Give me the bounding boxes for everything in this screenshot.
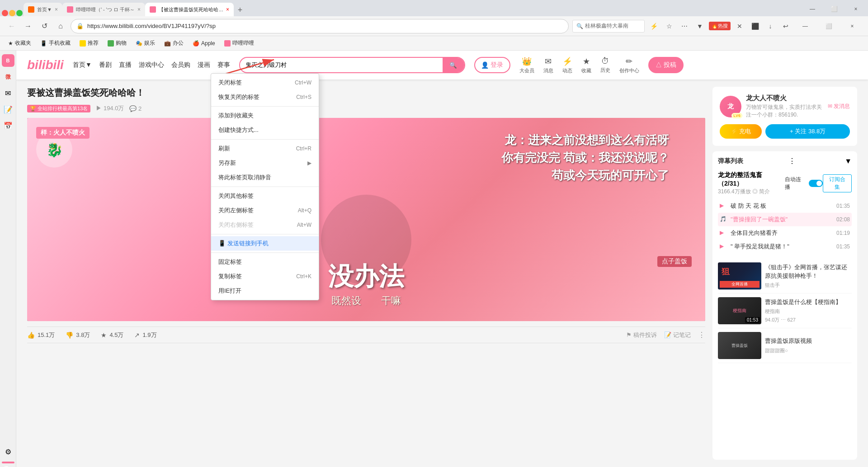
home-btn[interactable]: ⌂ [54,20,67,33]
ctx-item[interactable]: 关闭标签Ctrl+W [211,75,319,90]
ctx-item[interactable]: 另存新▶ [211,156,319,170]
rec-thumb-2: 曹操盖饭 [718,332,761,359]
toolbar-search[interactable]: 🔍 桂林极鑫特大暴南 [572,20,645,33]
ctx-item[interactable]: 添加到收藏夹 [211,108,319,123]
window-max-btn[interactable] [16,10,23,16]
menu-dots-btn[interactable]: ⋯ [678,20,691,33]
tab-3-close[interactable]: × [226,6,229,13]
nav-manga[interactable]: 漫画 [198,61,210,69]
follow-btn[interactable]: + 关注 38.8万 [765,124,850,139]
nav-shop[interactable]: 会员购 [171,61,190,69]
playlist-item-0[interactable]: ▶ 破 防 天 花 板 01:35 [718,199,852,213]
playlist-item-2[interactable]: ▶ 全体目光向猪看齐 01:19 [718,226,852,240]
refresh-btn[interactable]: ↺ [38,20,51,33]
charge-btn[interactable]: ⚡ 充电 [720,124,762,139]
extension-btn[interactable]: ✕ [733,20,746,33]
nav-home[interactable]: 首页▼ [73,61,92,69]
more-btn[interactable]: ⋮ [698,331,705,339]
auto-play-toggle[interactable] [809,180,823,187]
calendar-side-icon[interactable]: 📅 [2,119,14,132]
win-close-btn[interactable]: × [845,2,866,16]
search-input[interactable] [240,62,443,69]
window-min-btn[interactable] [9,10,15,16]
share-btn[interactable]: ↗ 1.9万 [134,331,156,339]
dynamic-icon-btn[interactable]: ⚡ 动态 [562,56,572,74]
playlist-item-1[interactable]: 🎵 "曹操撞回了一碗盖饭" 02:08 [718,213,852,226]
message-icon-btn[interactable]: ✉ 消息 [543,56,553,74]
ctx-shortcut: Alt+Q [298,207,311,214]
favorite-btn[interactable]: ★ 4.5万 [101,331,123,339]
win-minimize-btn[interactable]: — [802,2,823,16]
nav-anime[interactable]: 番剧 [99,61,112,69]
tb-close-btn[interactable]: × [842,19,863,33]
bookmark-bilibili[interactable]: 哔哩哔哩 [222,38,257,48]
like-btn[interactable]: 👍 15.1万 [27,331,55,339]
tab-3[interactable]: 【被这曹操盖饭笑死哈哈哈… × [145,3,234,16]
undo-btn[interactable]: ↩ [779,20,792,33]
back-btn[interactable]: ← [5,20,18,33]
ctx-item[interactable]: 恢复关闭的标签Ctrl+S [211,90,319,104]
bookmark-apple[interactable]: 🍎 Apple [190,39,218,47]
ctx-item[interactable]: 📱发送链接到手机 [211,236,319,251]
ctx-item[interactable]: 固定标签 [211,255,319,269]
ctx-item[interactable]: 创建快捷方式... [211,123,319,137]
ctx-item[interactable]: 用IE打开 [211,284,319,298]
weibo-side-icon[interactable]: 微 [2,70,14,83]
ctx-item[interactable]: 关闭左侧标签Alt+Q [211,203,319,218]
creation-icon-btn[interactable]: ✏ 创作中心 [619,56,639,74]
bilibili-search-bar[interactable]: 🔍 [239,57,465,73]
ctx-item[interactable]: 关闭其他标签 [211,189,319,203]
search-button[interactable]: 🔍 [443,58,464,72]
bookmark-shop[interactable]: 购物 [105,38,129,48]
recommended-item-2[interactable]: 曹操盖饭 曹操盖饭原版视频 甜甜甜圈○ [718,328,852,363]
vip-icon-btn[interactable]: 👑 大会员 [519,56,534,74]
playlist-item-3[interactable]: ▶ " 举手投足我就是猪！" 01:35 [718,240,852,253]
address-bar[interactable]: 🔒 https://www.bilibili.com/video/BV1JP41… [71,19,569,33]
forward-btn[interactable]: → [22,20,34,33]
mail-side-icon[interactable]: ✉ [2,87,14,99]
subscribe-btn[interactable]: 订阅合集 [823,174,852,192]
tab-2[interactable]: 哔哩哔哩（' - 'つ ロ 千杯～ × [62,3,145,16]
tab-2-close[interactable]: × [137,6,141,13]
ctx-item[interactable]: 刷新Ctrl+R [211,141,319,156]
nav-game[interactable]: 游戏中心 [139,61,164,69]
bookmark-entertainment[interactable]: 🎭 娱乐 [133,38,158,48]
report-btn[interactable]: ⚑ 稿件投诉 [626,331,657,339]
history-icon-btn[interactable]: ⏱ 历史 [600,56,610,74]
sidebar-toggle-btn[interactable]: ▼ [693,20,706,33]
danmu-collapse-icon[interactable]: ▼ [844,157,852,165]
new-tab-btn[interactable]: + [234,4,246,16]
window-close-btn[interactable] [2,10,8,16]
extensions-grid-btn[interactable]: ⬛ [749,20,761,33]
settings-side-icon[interactable]: ⚙ [2,445,14,458]
win-restore-btn[interactable]: ⬜ [824,2,844,16]
video-player[interactable]: 🐉 样：火人不喷火 龙：进来之前没想到这么有活呀 你有完没完 苟或：我还没说呢？… [27,118,705,321]
ctx-item[interactable]: 复制标签Ctrl+K [211,269,319,284]
tb-minimize-btn[interactable]: — [795,19,816,33]
bookmark-recommend[interactable]: 推荐 [77,38,101,48]
login-button[interactable]: 👤 登录 [474,57,510,73]
bookmark-work[interactable]: 💼 办公 [161,38,186,48]
tab-1[interactable]: 首页▼ × [24,3,62,16]
danmu-settings-icon[interactable]: ⋮ [788,157,796,165]
bookmark-star-btn[interactable]: ☆ [663,20,675,33]
dislike-btn[interactable]: 👎 3.8万 [66,331,90,339]
bookmark-mobile[interactable]: 📱 手机收藏 [38,38,73,48]
author-message-btn[interactable]: ✉ 发消息 [828,103,850,110]
ctx-item[interactable]: 将此标签页取消静音 [211,170,319,185]
tab-1-close[interactable]: × [55,6,58,13]
nav-sports[interactable]: 赛事 [217,61,230,69]
ctx-shortcut: Ctrl+S [296,94,311,100]
playlist-subtitle: 3166.4万播放 ◎ 简介 [718,188,785,196]
recommended-item-1[interactable]: 梗指南 01:53 曹操盖饭是什么梗【梗指南】 梗指南 [718,294,852,328]
note-btn[interactable]: 📝 记笔记 [664,331,691,339]
nav-live[interactable]: 直播 [119,61,132,69]
lightning-icon-btn[interactable]: ⚡ [647,20,660,33]
upload-button[interactable]: △ 投稿 [648,57,684,73]
notes-side-icon[interactable]: 📝 [2,103,14,116]
download-btn[interactable]: ↓ [764,20,777,33]
favorites-icon-btn[interactable]: ★ 收藏 [581,56,591,74]
bookmark-collections[interactable]: ★ 收藏夹 [5,38,34,48]
tb-restore-btn[interactable]: ⬜ [818,19,839,33]
recommended-item-0[interactable]: 狙 全网首播 《狙击手》全网首播，张艺谋还原抗美援朝神枪手！ 狙击手 [718,259,852,294]
